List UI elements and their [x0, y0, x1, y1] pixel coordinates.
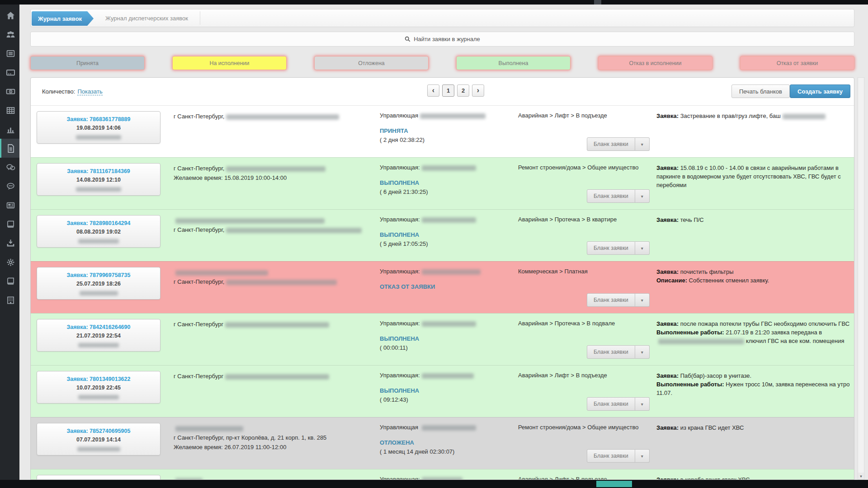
pagination-prev[interactable]: ‹ — [427, 84, 439, 97]
request-address: г Санкт-Петербург — [174, 319, 368, 329]
request-form-button[interactable]: Бланк заявки — [587, 241, 635, 255]
sidebar-item-book[interactable] — [0, 215, 19, 234]
request-description: Заявка: почистить фильтрыОписание: Собст… — [656, 267, 851, 285]
redacted-text — [783, 114, 826, 119]
scrollbar-down-arrow[interactable]: ▾ — [858, 473, 864, 479]
table-icon — [6, 106, 15, 115]
request-id-link[interactable]: Заявка: 7828980164294 — [37, 220, 160, 226]
show-count-link[interactable]: Показать — [77, 88, 102, 95]
tab-request-journal[interactable]: Журнал заявок — [32, 11, 94, 26]
sidebar-item-credit-card[interactable] — [0, 63, 19, 82]
filter-button[interactable]: Отказ от заявки — [740, 56, 854, 70]
request-id-link[interactable]: Заявка: 7811167184369 — [37, 168, 160, 174]
request-id-link[interactable]: Заявка: 7801349013622 — [37, 376, 160, 382]
request-form-dropdown[interactable]: ▾ — [635, 449, 650, 463]
request-form-dropdown[interactable]: ▾ — [635, 345, 650, 359]
redacted-text — [226, 114, 339, 120]
sidebar-item-gear[interactable] — [0, 253, 19, 272]
redacted-text — [175, 218, 325, 224]
chat-icon — [6, 163, 15, 172]
create-request-button[interactable]: Создать заявку — [790, 84, 850, 98]
request-duration: ( 00:00:11) — [380, 344, 408, 351]
sidebar-item-chat[interactable] — [0, 158, 19, 177]
filter-button[interactable]: Отказ в исполнении — [598, 56, 712, 70]
document-icon — [6, 144, 15, 153]
journal-panel: Количество:Показать ‹12› Печать бланков … — [30, 77, 854, 480]
request-form-dropdown[interactable]: ▾ — [635, 293, 650, 307]
request-row: Заявка: 7868361778889 19.08.2019 14:06 г… — [31, 105, 854, 157]
sidebar-item-comment[interactable] — [0, 177, 19, 196]
taskbar-active-item[interactable] — [596, 481, 632, 487]
request-form-button[interactable]: Бланк заявки — [587, 137, 635, 151]
redacted-text — [420, 113, 486, 119]
request-id-link[interactable]: Заявка: 7879969758735 — [37, 272, 160, 278]
request-form-button[interactable]: Бланк заявки — [587, 189, 635, 203]
request-form-dropdown[interactable]: ▾ — [635, 137, 650, 151]
pagination-page-2[interactable]: 2 — [457, 84, 469, 97]
request-description: Заявка: из крана ГВС идет ХВС — [656, 423, 851, 432]
credit-card-icon — [6, 68, 15, 77]
redacted-text — [422, 321, 476, 327]
sidebar-item-document[interactable] — [0, 139, 19, 158]
filter-button[interactable]: Принята — [30, 56, 145, 70]
search-label: Найти заявки в журнале — [414, 36, 480, 42]
management-company: Управляющая: — [380, 216, 478, 223]
request-status-link[interactable]: ОТЛОЖЕНА — [380, 439, 414, 446]
request-id-link[interactable]: Заявка: 7852740695905 — [37, 428, 160, 434]
request-row: Заявка: 7828980164294 08.08.2019 19:02 г… — [31, 209, 854, 261]
sidebar-item-journal[interactable] — [0, 272, 19, 291]
request-description: Заявка: течь П/С — [656, 216, 851, 224]
request-category: Коммерческая > Платная — [518, 268, 654, 275]
redacted-text — [422, 217, 476, 223]
request-status-link[interactable]: ВЫПОЛНЕНА — [380, 179, 419, 186]
filter-button[interactable]: Выполнена — [456, 56, 571, 70]
print-forms-button[interactable]: Печать бланков — [731, 84, 790, 98]
request-duration: ( 09:12:43) — [380, 396, 408, 403]
sidebar-item-download[interactable] — [0, 234, 19, 253]
pagination-page-1[interactable]: 1 — [442, 84, 454, 97]
request-form-button[interactable]: Бланк заявки — [587, 449, 635, 463]
request-form-button[interactable]: Бланк заявки — [587, 293, 635, 307]
sidebar-item-list[interactable] — [0, 44, 19, 63]
request-id-link[interactable]: Заявка: 7842416264690 — [37, 324, 160, 330]
request-status-link[interactable]: ВЫПОЛНЕНА — [380, 335, 419, 342]
request-duration: ( 1 месяц 14 дней 02:30:07) — [380, 448, 454, 455]
newspaper-icon — [6, 201, 15, 210]
tab-dispatcher-journal[interactable]: Журнал диспетчерских заявок — [94, 11, 200, 25]
request-id-link[interactable]: Заявка: 7868361778889 — [37, 116, 160, 122]
sidebar-item-building[interactable] — [0, 291, 19, 310]
request-description: Заявка: Застревание в прав/груз лифте, б… — [656, 112, 851, 120]
redacted-text — [80, 291, 118, 296]
pagination-next[interactable]: › — [472, 84, 484, 97]
sidebar-item-home[interactable] — [0, 6, 19, 25]
sidebar-item-bar-chart[interactable] — [0, 120, 19, 139]
request-duration: ( 2 дня 02:38:22) — [380, 136, 425, 143]
request-status-link[interactable]: ПРИНЯТА — [380, 127, 408, 134]
sidebar-item-money[interactable] — [0, 82, 19, 101]
request-form-button[interactable]: Бланк заявки — [587, 397, 635, 411]
request-form-dropdown[interactable]: ▾ — [635, 241, 650, 255]
users-icon — [6, 30, 15, 39]
sidebar-item-table[interactable] — [0, 101, 19, 120]
request-address: г Санкт-Петербург,Желаемое время: 15.08.… — [174, 164, 368, 183]
filter-button[interactable]: Отложена — [314, 56, 429, 70]
request-form-dropdown[interactable]: ▾ — [635, 397, 650, 411]
request-form-button[interactable]: Бланк заявки — [587, 345, 635, 359]
request-form-dropdown[interactable]: ▾ — [635, 189, 650, 203]
scrollbar-track[interactable]: ▾ — [858, 77, 864, 480]
sidebar-item-newspaper[interactable] — [0, 196, 19, 215]
request-datetime: 21.07.2019 22:54 — [37, 333, 160, 339]
count-label-wrap: Количество:Показать — [42, 88, 103, 95]
request-status-link[interactable]: ВЫПОЛНЕНА — [380, 231, 419, 238]
request-form-button-group: Бланк заявки ▾ — [587, 397, 650, 411]
redacted-text — [78, 239, 119, 244]
request-card: Заявка: 7801349013622 10.07.2019 22:45 — [37, 371, 160, 404]
redacted-text — [77, 447, 120, 451]
request-status-link[interactable]: ОТКАЗ ОТ ЗАЯВКИ — [380, 283, 435, 290]
request-form-button-group: Бланк заявки ▾ — [587, 293, 650, 307]
sidebar — [0, 0, 19, 488]
request-status-link[interactable]: ВЫПОЛНЕНА — [380, 387, 419, 394]
search-bar[interactable]: Найти заявки в журнале — [30, 32, 854, 47]
sidebar-item-users[interactable] — [0, 25, 19, 44]
filter-button[interactable]: На исполнении — [172, 56, 287, 70]
